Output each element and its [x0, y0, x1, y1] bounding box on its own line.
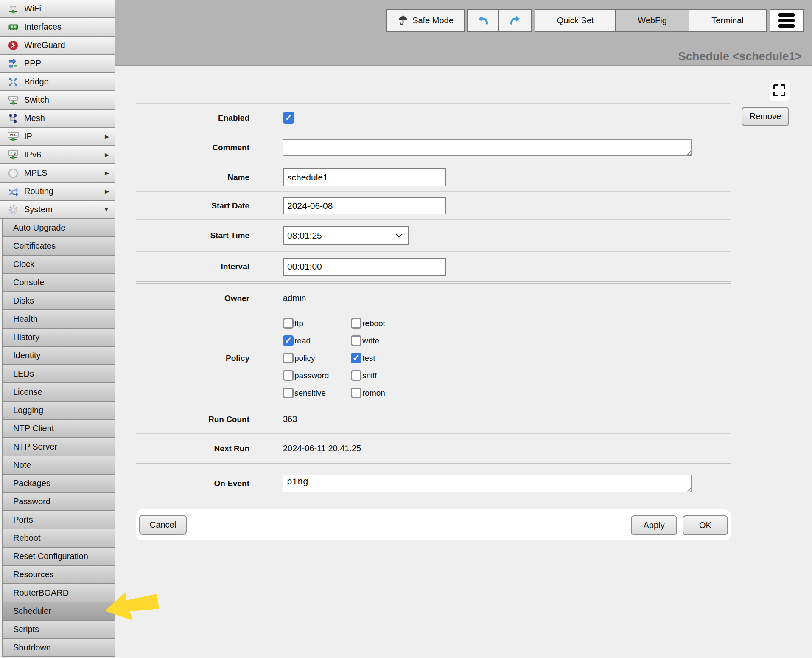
- comment-textarea[interactable]: [283, 139, 692, 156]
- remove-button[interactable]: Remove: [742, 107, 789, 126]
- tab-webfig[interactable]: WebFig: [615, 9, 689, 32]
- redo-button[interactable]: [498, 9, 532, 32]
- sidebar-item-reset-configuration[interactable]: Reset Configuration: [3, 548, 115, 566]
- sidebar-item-note[interactable]: Note: [3, 456, 115, 475]
- terminal-label: Terminal: [711, 16, 744, 25]
- sidebar-item-label: Shutdown: [13, 643, 51, 652]
- policy-option-label: sensitive: [294, 388, 326, 398]
- policy-option-label: reboot: [362, 319, 385, 328]
- page-title: Schedule <schedule1>: [678, 50, 802, 63]
- sidebar-item-ntp-client[interactable]: NTP Client: [3, 420, 115, 438]
- enabled-row: Enabled: [136, 104, 731, 132]
- sidebar-item-system[interactable]: System▼: [0, 201, 115, 219]
- policy-checkbox-test[interactable]: [351, 353, 361, 363]
- fullscreen-button[interactable]: [769, 80, 790, 101]
- enabled-checkbox[interactable]: [283, 112, 294, 124]
- safe-mode-button[interactable]: Safe Mode: [386, 9, 465, 32]
- policy-option-write: write: [351, 332, 385, 349]
- sidebar-item-routing[interactable]: Routing▶: [0, 183, 115, 201]
- policy-checkbox-reboot[interactable]: [351, 318, 361, 329]
- sidebar-item-label: Console: [13, 278, 44, 287]
- sidebar-item-ntp-server[interactable]: NTP Server: [3, 438, 115, 456]
- sidebar-item-certificates[interactable]: Certificates: [3, 237, 115, 256]
- safe-mode-label: Safe Mode: [412, 16, 454, 25]
- webfig-label: WebFig: [638, 16, 667, 25]
- sidebar-item-auto-upgrade[interactable]: Auto Upgrade: [3, 219, 115, 237]
- svg-text:✓: ✓: [10, 151, 13, 155]
- sidebar-item-switch[interactable]: Switch: [0, 91, 115, 110]
- sidebar-item-label: Clock: [13, 259, 34, 269]
- sidebar-item-identity[interactable]: Identity: [3, 347, 115, 365]
- policy-checkbox-sensitive[interactable]: [283, 388, 294, 398]
- sidebar-item-license[interactable]: License: [3, 383, 115, 402]
- policy-checkbox-ftp[interactable]: [283, 318, 294, 329]
- sidebar-item-routerboard[interactable]: RouterBOARD: [3, 584, 115, 602]
- sidebar-item-label: Scripts: [13, 624, 39, 634]
- sidebar-item-clock[interactable]: Clock: [3, 256, 115, 274]
- sidebar-item-disks[interactable]: Disks: [3, 292, 115, 310]
- sidebar-item-label: Health: [13, 314, 38, 324]
- undo-button[interactable]: [467, 9, 499, 32]
- sidebar-item-logging[interactable]: Logging: [3, 402, 115, 420]
- interval-input[interactable]: [283, 258, 446, 276]
- start-date-input[interactable]: [283, 197, 446, 214]
- chevron-down-icon: ▼: [104, 206, 109, 213]
- sidebar-item-label: RouterBOARD: [13, 588, 69, 598]
- cancel-button[interactable]: Cancel: [139, 515, 187, 535]
- policy-checkbox-read[interactable]: [283, 335, 294, 346]
- sidebar-item-leds[interactable]: LEDs: [3, 365, 115, 383]
- sidebar-item-interfaces[interactable]: Interfaces: [0, 18, 115, 37]
- sidebar-item-scripts[interactable]: Scripts: [3, 621, 115, 639]
- sidebar-item-ip[interactable]: 255IP▶: [0, 128, 115, 146]
- name-input[interactable]: [283, 168, 446, 186]
- tab-quick-set[interactable]: Quick Set: [535, 9, 616, 32]
- sidebar-item-mesh[interactable]: Mesh: [0, 110, 115, 128]
- policy-option-policy: policy: [283, 349, 351, 367]
- sidebar-item-shutdown[interactable]: Shutdown: [3, 639, 115, 657]
- policy-checkbox-password[interactable]: [283, 370, 294, 381]
- sidebar-item-label: IPv6: [24, 150, 41, 160]
- policy-option-read: read: [283, 332, 351, 349]
- sidebar-item-history[interactable]: History: [3, 329, 115, 347]
- on-event-textarea[interactable]: ping: [283, 475, 692, 492]
- owner-label: Owner: [136, 294, 249, 303]
- sidebar-item-password[interactable]: Password: [3, 493, 115, 511]
- sidebar-item-console[interactable]: Console: [3, 274, 115, 292]
- policy-option-test: test: [351, 349, 385, 367]
- svg-text:6: 6: [14, 151, 16, 155]
- owner-value: admin: [283, 293, 306, 303]
- policy-checkbox-romon[interactable]: [351, 388, 361, 398]
- sidebar-item-ppp[interactable]: PPP: [0, 55, 115, 73]
- policy-option-ftp: ftp: [283, 315, 351, 332]
- sidebar-item-label: Resources: [13, 570, 54, 579]
- sidebar-item-bridge[interactable]: Bridge: [0, 73, 115, 91]
- sidebar-item-resources[interactable]: Resources: [3, 566, 115, 584]
- sidebar-item-label: System: [24, 205, 53, 214]
- policy-checkbox-sniff[interactable]: [351, 370, 361, 381]
- policy-checkbox-write[interactable]: [351, 335, 361, 346]
- sidebar-item-wifi[interactable]: WiFi: [0, 0, 115, 18]
- tab-terminal[interactable]: Terminal: [689, 9, 767, 32]
- sidebar-item-mpls[interactable]: MPLS▶: [0, 164, 115, 183]
- sidebar-item-label: NTP Server: [13, 442, 57, 452]
- sidebar-item-wireguard[interactable]: WireGuard: [0, 37, 115, 55]
- policy-option-label: sniff: [362, 371, 377, 380]
- sidebar-item-ipv6[interactable]: ✓6IPv6▶: [0, 146, 115, 164]
- policy-checkbox-policy[interactable]: [283, 353, 294, 363]
- quick-set-label: Quick Set: [557, 16, 594, 25]
- start-time-select[interactable]: 08:01:25: [283, 226, 409, 245]
- sidebar-item-label: Packages: [13, 478, 50, 488]
- undo-icon: [477, 14, 489, 26]
- sidebar-item-label: Disks: [13, 296, 34, 306]
- hamburger-menu-button[interactable]: [770, 9, 804, 32]
- interval-row: Interval: [136, 252, 731, 281]
- sidebar-item-packages[interactable]: Packages: [3, 475, 115, 493]
- sidebar-item-health[interactable]: Health: [3, 310, 115, 329]
- sidebar-item-label: Bridge: [24, 77, 49, 87]
- sidebar-item-ports[interactable]: Ports: [3, 511, 115, 529]
- ok-button[interactable]: OK: [683, 515, 728, 535]
- chevron-right-icon: ▶: [105, 170, 109, 176]
- sidebar-item-scheduler[interactable]: Scheduler: [3, 602, 115, 621]
- apply-button[interactable]: Apply: [631, 515, 677, 535]
- sidebar-item-reboot[interactable]: Reboot: [3, 529, 115, 548]
